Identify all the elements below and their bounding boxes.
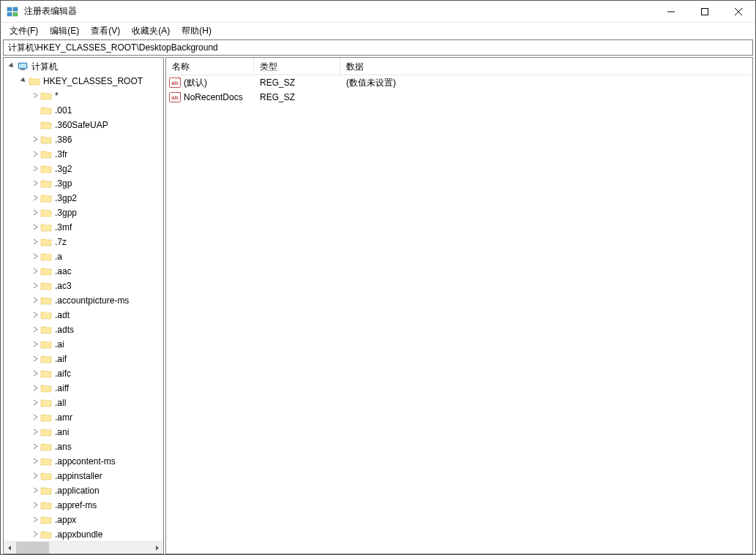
column-data[interactable]: 数据 [340,58,752,75]
tree-item[interactable]: .appcontent-ms [4,454,163,469]
expand-icon[interactable] [30,282,40,290]
tree-item[interactable]: .ai [4,337,163,352]
tree-label: .ai [55,339,64,350]
close-button[interactable] [722,1,755,22]
value-name: NoRecentDocs [184,92,243,102]
list-row[interactable]: ab(默认)REG_SZ(数值未设置) [166,75,752,90]
scroll-right-button[interactable] [151,542,163,554]
tree-item[interactable]: .appref-ms [4,498,163,513]
horizontal-scrollbar[interactable] [4,541,163,554]
scrollbar-thumb[interactable] [16,542,49,554]
expand-icon[interactable] [30,326,40,334]
string-value-icon: ab [169,78,181,88]
tree-item[interactable]: .7z [4,235,163,249]
expand-icon[interactable] [30,516,40,524]
tree-scroll[interactable]: 计算机 HKEY_CLASSES_ROOT *.001.360SafeUAP.3… [4,58,163,541]
expand-icon[interactable] [30,268,40,276]
tree-item[interactable]: .accountpicture-ms [4,293,163,308]
tree-item[interactable]: .aiff [4,381,163,396]
expand-icon[interactable] [30,472,40,480]
menu-edit[interactable]: 编辑(E) [44,23,85,39]
menu-file[interactable]: 文件(F) [4,23,44,39]
window-controls [654,1,755,22]
tree-item[interactable]: .amr [4,410,163,425]
expand-icon[interactable] [30,531,40,539]
scroll-left-button[interactable] [4,542,16,554]
expand-icon[interactable] [30,297,40,305]
tree-label: 计算机 [31,61,58,73]
tree-item[interactable]: .ani [4,425,163,439]
scrollbar-track[interactable] [16,542,151,554]
tree-item[interactable]: .aifc [4,366,163,381]
tree-item[interactable]: .aif [4,352,163,366]
expand-icon[interactable] [30,487,40,495]
expand-icon[interactable] [30,209,40,217]
expand-icon[interactable] [30,165,40,173]
expand-icon[interactable] [30,151,40,159]
tree-label: .386 [55,135,72,145]
expand-icon[interactable] [30,224,40,232]
tree-item[interactable]: .adts [4,322,163,337]
tree-item[interactable]: * [4,88,163,103]
expand-icon[interactable] [30,253,40,261]
expand-icon[interactable] [30,385,40,393]
expand-icon[interactable] [30,180,40,188]
expand-icon[interactable] [30,428,40,437]
svg-rect-10 [20,69,25,70]
expand-icon[interactable] [18,78,29,86]
tree-label: .3mf [55,222,72,233]
tree-item[interactable]: .386 [4,132,163,147]
tree-label: .aac [55,266,72,276]
menu-view[interactable]: 查看(V) [85,23,126,39]
expand-icon[interactable] [30,136,40,144]
expand-icon[interactable] [30,414,40,422]
tree-hkey-classes-root[interactable]: HKEY_CLASSES_ROOT [4,74,163,88]
column-type[interactable]: 类型 [254,58,340,75]
expand-icon[interactable] [30,92,40,100]
tree-item[interactable]: .3gpp [4,205,163,220]
folder-icon [40,456,52,467]
tree-item[interactable]: .3mf [4,220,163,235]
expand-icon[interactable] [30,355,40,363]
tree-item[interactable]: .ac3 [4,279,163,293]
tree-root-computer[interactable]: 计算机 [4,59,163,74]
tree-item[interactable]: .a [4,249,163,264]
expand-icon[interactable] [30,443,40,451]
tree-item[interactable]: .3gp2 [4,191,163,205]
expand-icon[interactable] [30,195,40,203]
tree-item[interactable]: .3g2 [4,162,163,176]
tree-item[interactable]: .360SafeUAP [4,118,163,132]
expand-icon[interactable] [30,370,40,378]
folder-icon [40,426,52,438]
expand-icon[interactable] [30,312,40,320]
minimize-button[interactable] [654,1,688,22]
tree-item[interactable]: .adt [4,308,163,322]
menu-favorites[interactable]: 收藏夹(A) [126,23,176,39]
address-bar[interactable]: 计算机\HKEY_CLASSES_ROOT\DesktopBackground [3,39,753,56]
expand-icon[interactable] [30,458,40,466]
tree-item[interactable]: .appx [4,513,163,527]
svg-rect-1 [13,7,18,11]
expand-icon[interactable] [7,63,17,71]
tree-item[interactable]: .001 [4,103,163,118]
tree-item[interactable]: .appinstaller [4,469,163,483]
menu-help[interactable]: 帮助(H) [176,23,217,39]
tree-label: .appref-ms [55,500,97,510]
expand-icon[interactable] [30,399,40,407]
expand-icon[interactable] [30,502,40,510]
tree-item[interactable]: .3fr [4,147,163,162]
expand-icon[interactable] [30,238,40,246]
tree-item[interactable]: .aac [4,264,163,279]
tree-item[interactable]: .3gp [4,176,163,191]
maximize-button[interactable] [688,1,722,22]
tree-item[interactable]: .ans [4,439,163,454]
tree-item[interactable]: .application [4,483,163,498]
column-name[interactable]: 名称 [166,58,254,75]
list-row[interactable]: abNoRecentDocsREG_SZ [166,90,752,105]
cell-name: abNoRecentDocs [166,92,254,102]
list-body[interactable]: ab(默认)REG_SZ(数值未设置)abNoRecentDocsREG_SZ [166,75,752,554]
tree-item[interactable]: .appxbundle [4,527,163,541]
tree-item[interactable]: .all [4,396,163,410]
expand-icon[interactable] [30,341,40,349]
folder-icon [40,295,52,306]
